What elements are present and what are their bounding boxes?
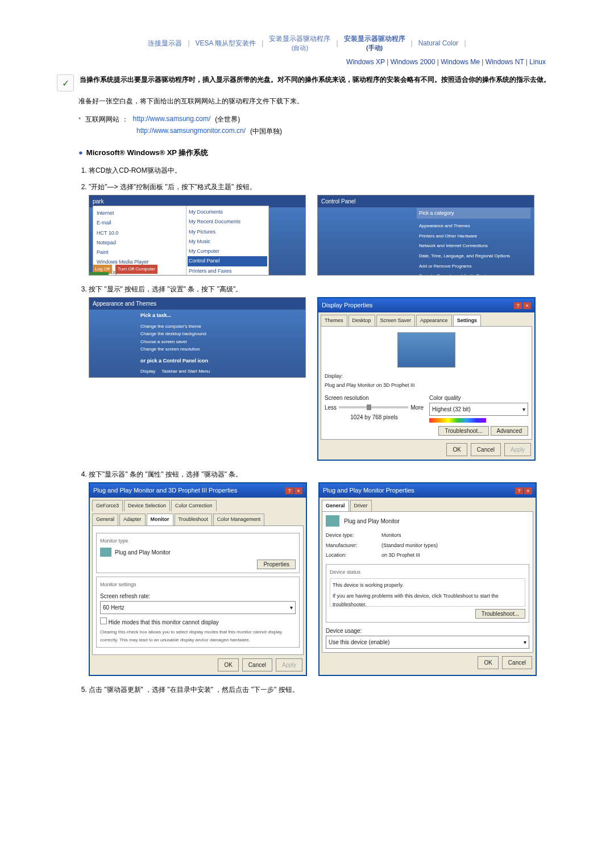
device-status-label: Device status <box>330 568 525 577</box>
tab-vesa[interactable]: VESA 顺从型安装件 <box>196 39 256 48</box>
color-quality-label: Color quality <box>429 393 528 403</box>
cancel-button: Cancel <box>502 656 532 669</box>
url1-note: (全世界) <box>215 115 240 124</box>
start-button: start <box>89 272 109 276</box>
step-5: 点击 "驱动器更新" ，选择 "在目录中安装" ，然后点击 "下一步" 按钮。 <box>89 684 557 695</box>
or-pick-icon: or pick a Control Panel icon <box>140 357 210 365</box>
tab-auto[interactable]: 安装显示器驱动程序 (自动) <box>269 34 330 52</box>
top-tab-nav: 连接显示器 | VESA 顺从型安装件 | 安装显示器驱动程序 (自动) | 安… <box>57 34 557 52</box>
step-1: 将CD放入CD-ROM驱动器中。 <box>89 165 557 176</box>
monitor-icon <box>100 548 111 557</box>
pick-category-header: Pick a category <box>417 208 530 219</box>
website-label: 互联网网站 ： <box>85 115 128 124</box>
step-4: 按下"显示器" 条的 "属性" 按钮，选择 "驱动器" 条。 Plug and … <box>89 469 557 676</box>
troubleshoot-button: Troubleshoot... <box>475 609 525 619</box>
screenshot-advanced-properties: Plug and Play Monitor and 3D Prophet III… <box>89 482 307 676</box>
resolution-slider <box>339 406 408 408</box>
ok-button: OK <box>218 658 238 671</box>
monitor-settings-label: Monitor settings <box>100 581 296 589</box>
manufacturer-value: (Standard monitor types) <box>381 541 529 550</box>
pick-a-task: Pick a task... <box>140 311 210 320</box>
help-icon: ? <box>285 487 293 494</box>
os-section-heading: Microsoft® Windows® XP 操作系统 <box>78 148 557 158</box>
advanced-title: Plug and Play Monitor and 3D Prophet III… <box>93 485 237 496</box>
cancel-button: Cancel <box>471 443 501 456</box>
screen-resolution-label: Screen resolution <box>325 393 424 403</box>
color-quality-select: Highest (32 bit)▾ <box>429 403 528 416</box>
bullet-icon: • <box>78 115 81 124</box>
screenshot-display-properties: Display Properties ?× Themes Desktop Scr… <box>317 297 536 461</box>
step-2: "开始"—> 选择"控制面板 "后，按下"格式及主题" 按钮。 park Int… <box>89 181 557 276</box>
hide-modes-checkbox <box>100 617 107 624</box>
samsung-cn-link[interactable]: http://www.samsungmonitor.com.cn/ <box>136 127 246 136</box>
troubleshoot-button: Troubleshoot... <box>438 426 488 436</box>
ok-button: OK <box>478 656 498 669</box>
close-icon: × <box>524 487 532 494</box>
link-windows-xp[interactable]: Windows XP <box>346 58 385 66</box>
check-icon: ✓ <box>57 74 74 91</box>
samsung-global-link[interactable]: http://www.samsung.com/ <box>133 115 211 124</box>
url2-note: (中国单独) <box>250 127 282 136</box>
refresh-rate-select: 60 Hertz▾ <box>100 601 296 614</box>
location-value: on 3D Prophet III <box>381 551 529 560</box>
tab-connect[interactable]: 连接显示器 <box>148 39 182 48</box>
prepare-text: 准备好一张空白盘，将下面给出的互联网网站上的驱动程序文件下载下来。 <box>78 96 557 107</box>
os-anchor-links: Windows XP | Windows 2000 | Windows Me |… <box>57 58 557 66</box>
control-panel-highlighted: Control Panel <box>188 256 267 266</box>
refresh-rate-label: Screen refresh rate: <box>100 591 296 601</box>
display-props-tabs: Themes Desktop Screen Saver Appearance S… <box>318 312 534 326</box>
monitor-type-label: Monitor type <box>100 537 296 545</box>
tab-manual-active[interactable]: 安装显示器驱动程序 (手动) <box>344 34 405 52</box>
step-3: 按下 "显示" 按钮后，选择 "设置" 条，按下 "高级"。 Appearanc… <box>89 283 557 461</box>
intro-paragraph: 当操作系统提示出要显示器驱动程序时，插入显示器所带的光盘。对不同的操作系统来说，… <box>80 74 550 91</box>
device-usage-label: Device usage: <box>326 626 529 636</box>
device-usage-select: Use this device (enable)▾ <box>326 636 529 649</box>
link-linux[interactable]: Linux <box>529 58 546 66</box>
ok-button: OK <box>446 443 467 456</box>
resolution-value: 1024 by 768 pixels <box>325 412 424 422</box>
advanced-button: Advanced <box>491 426 528 436</box>
apply-button: Apply <box>504 443 531 456</box>
monitor-name: Plug and Play Monitor <box>344 516 400 526</box>
close-icon: × <box>523 302 531 309</box>
turn-off-button: Turn Off Computer <box>115 265 157 274</box>
link-windows-nt[interactable]: Windows NT <box>486 58 524 66</box>
monitor-props-title: Plug and Play Monitor Properties <box>323 485 414 496</box>
device-status-value: This device is working properly. <box>333 581 522 590</box>
install-steps-list: 将CD放入CD-ROM驱动器中。 "开始"—> 选择"控制面板 "后，按下"格式… <box>78 165 557 696</box>
apply-button: Apply <box>276 658 302 671</box>
close-icon: × <box>294 487 302 494</box>
screenshot-monitor-properties: Plug and Play Monitor Properties ?× Gene… <box>318 482 537 676</box>
monitor-type-value: Plug and Play Monitor <box>115 548 171 557</box>
color-bar-icon <box>429 418 486 423</box>
device-type-value: Monitors <box>381 531 529 540</box>
display-device-name: Plug and Play Monitor on 3D Prophet III <box>325 382 415 388</box>
screenshot-appearance-themes: Appearance and Themes Pick a task... Cha… <box>89 297 306 378</box>
monitor-icon <box>326 515 339 527</box>
control-panel-title: Control Panel <box>318 195 534 207</box>
monitor-preview-icon <box>397 332 455 368</box>
help-icon: ? <box>514 302 522 309</box>
link-windows-me[interactable]: Windows Me <box>441 58 480 66</box>
monitor-tab-active: Monitor <box>147 514 173 525</box>
screenshot-start-menu: park Internet E-mail HCT 10.0 Notepad Pa… <box>89 195 306 276</box>
display-cp-icon: Display <box>140 369 155 374</box>
tab-natural-color[interactable]: Natural Color <box>418 39 459 47</box>
general-tab-active: General <box>322 500 349 511</box>
display-props-title: Display Properties <box>322 300 372 311</box>
hide-modes-description: Clearing this check box allows you to se… <box>100 628 296 644</box>
help-icon: ? <box>515 487 523 494</box>
link-windows-2000[interactable]: Windows 2000 <box>391 58 435 66</box>
settings-tab-active: Settings <box>453 315 482 326</box>
cancel-button: Cancel <box>242 658 272 671</box>
screenshot-control-panel: Control Panel Pick a category Appearance… <box>317 195 534 276</box>
start-menu-right: My Documents My Recent Documents My Pict… <box>186 206 269 276</box>
properties-button: Properties <box>257 560 296 569</box>
